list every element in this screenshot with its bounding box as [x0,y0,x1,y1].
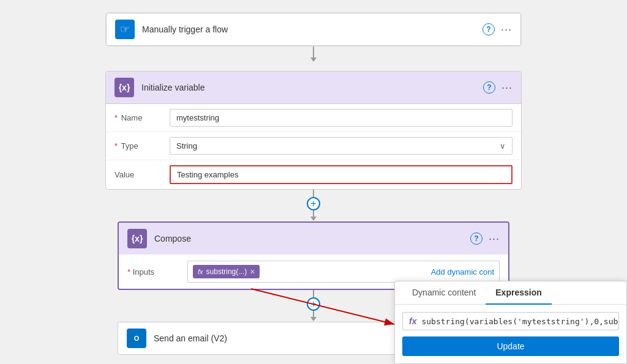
update-button[interactable]: Update [402,336,619,356]
connector-line-2 [313,190,314,197]
trigger-more-icon[interactable]: ··· [501,23,512,36]
compose-curly-icon: {x} [132,234,143,243]
email-icon: O [127,329,146,348]
fx-icon: fx [198,268,203,275]
type-required: * [115,141,118,150]
compose-help-icon[interactable]: ? [470,232,482,245]
init-variable-card: {x} Initialize variable ? ··· * Name [105,71,522,190]
init-actions: ? ··· [483,81,512,94]
connector-line-3b [313,311,314,317]
arrow-down-3 [310,317,317,321]
connector-line-2b [313,210,314,217]
arrow-down-2 [310,217,317,221]
connector-line-3 [313,290,314,297]
init-icon: {x} [115,78,134,97]
trigger-header: ☞ Manually trigger a flow ? ··· [106,13,521,46]
name-input[interactable] [170,109,512,127]
init-body: * Name * Type String ∨ Value [106,104,521,189]
curly-brace-icon: {x} [119,83,130,92]
expression-value[interactable]: substring(variables('myteststring'),0,su… [421,317,618,326]
expression-fx-icon: fx [409,316,416,326]
init-help-icon[interactable]: ? [483,81,495,94]
compose-more-icon[interactable]: ··· [489,232,500,245]
type-label: * Type [115,141,170,150]
add-step-button-1[interactable]: + [307,197,320,210]
add-step-button-2[interactable]: + [307,297,320,311]
compose-icon: {x} [127,229,147,248]
connector-3: + [307,290,320,322]
compose-card: {x} Compose ? ··· * Inputs fx substring(… [118,221,509,290]
init-title: Initialize variable [141,83,483,92]
trigger-title: Manually trigger a flow [142,24,482,34]
panel-body: fx substring(variables('myteststring'),0… [395,305,626,363]
connector-line-1 [313,46,314,58]
name-required: * [115,113,118,122]
trigger-actions: ? ··· [482,23,512,36]
init-more-icon[interactable]: ··· [501,81,512,94]
dynamic-content-tab[interactable]: Dynamic content [402,281,486,305]
inputs-required: * [127,267,130,277]
expression-row: fx substring(variables('myteststring'),0… [402,312,619,330]
value-label: Value [115,170,170,179]
trigger-help-icon[interactable]: ? [482,23,495,35]
name-field-row: * Name [106,104,521,132]
canvas: ☞ Manually trigger a flow ? ··· {x} Init… [0,0,627,364]
value-input[interactable] [170,165,512,184]
hand-icon: ☞ [120,23,130,36]
arrow-down-1 [310,58,317,62]
name-label: * Name [115,113,170,122]
panel-tabs: Dynamic content Expression [395,281,626,305]
type-select[interactable]: String ∨ [170,137,512,155]
inputs-field[interactable]: fx substring(...) × Add dynamic cont [187,261,500,283]
substring-tag[interactable]: fx substring(...) × [193,265,260,278]
trigger-card: ☞ Manually trigger a flow ? ··· [105,12,522,46]
connector-2: + [307,190,320,221]
compose-title: Compose [154,234,470,243]
dynamic-panel: Dynamic content Expression fx substring(… [394,281,627,364]
trigger-icon: ☞ [115,20,135,39]
dropdown-chevron: ∨ [500,141,506,150]
tag-close-icon[interactable]: × [250,267,255,277]
value-field-row: Value [106,160,521,189]
compose-actions: ? ··· [470,232,500,245]
add-dynamic-link[interactable]: Add dynamic cont [431,267,494,277]
tag-label: substring(...) [206,267,247,276]
outlook-icon: O [134,335,140,342]
inputs-label: * Inputs [127,267,182,277]
expression-tab[interactable]: Expression [486,281,551,305]
type-field-row: * Type String ∨ [106,132,521,160]
connection-arrow [251,289,394,324]
init-header: {x} Initialize variable ? ··· [106,72,521,104]
compose-header: {x} Compose ? ··· [119,223,508,254]
connector-1 [307,46,320,71]
